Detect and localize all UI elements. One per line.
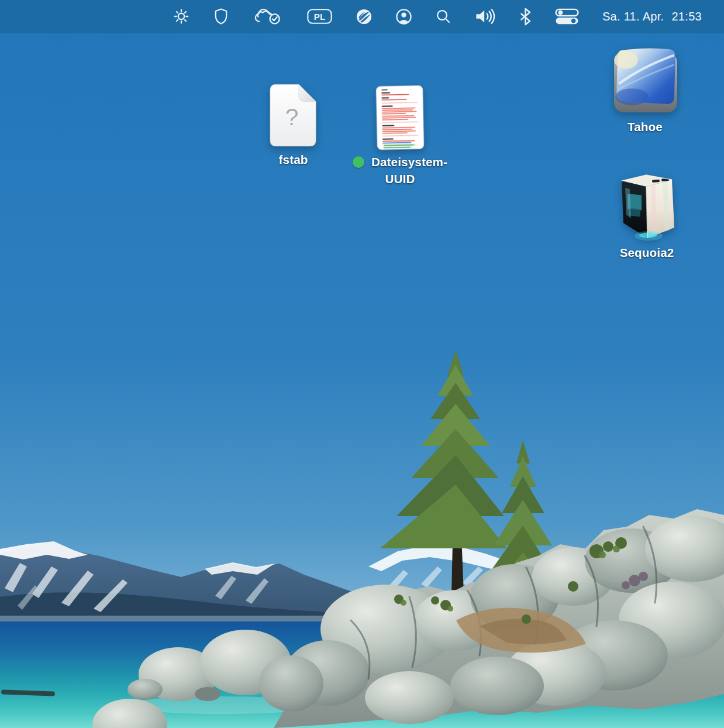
external-drive-icon [612,47,678,115]
pl-badge-icon: PL [306,8,333,25]
pc-tower-icon [616,171,678,241]
shield-menu-extra[interactable] [213,0,229,33]
icon-label-tahoe: Tahoe [628,118,663,135]
menu-bar: PL [0,0,724,33]
pl-badge-menu-extra[interactable]: PL [306,0,333,33]
label-line-2: UUID [353,170,447,187]
clock-time: 21:53 [671,10,702,23]
cloud-sync-menu-extra[interactable] [252,0,284,33]
desktop-icon-tahoe[interactable]: Tahoe [592,47,698,135]
icon-label-dateisystem-uuid: Dateisystem- UUID [353,153,447,187]
clock-date: Sa. 11. Apr. [602,10,664,23]
icon-label-sequoia2: Sequoia2 [620,244,674,261]
brightness-icon [173,8,190,25]
label-line-1: Dateisystem- [371,153,447,170]
user-account-icon [395,8,412,25]
shield-icon [213,8,229,25]
bluetooth-icon [519,8,532,26]
text-document-icon [375,85,425,150]
icon-label-fstab: fstab [279,151,308,168]
unknown-document-icon: ? [269,83,318,147]
user-account-menu-extra[interactable] [395,0,412,33]
cloud-sync-icon [252,7,284,26]
svg-text:?: ? [285,104,298,131]
spotlight-search-menu-extra[interactable] [435,0,451,33]
desktop-icon-dateisystem-uuid[interactable]: Dateisystem- UUID [336,85,464,187]
spotlight-search-icon [435,8,451,25]
fan-app-menu-extra[interactable] [356,0,373,33]
control-center-menu-extra[interactable] [554,0,580,33]
menu-bar-clock[interactable]: Sa. 11. Apr. 21:53 [602,10,702,23]
macos-desktop: PL [0,0,724,728]
sync-status-dot [353,156,364,168]
desktop-icon-fstab[interactable]: ? fstab [242,83,344,168]
fan-app-icon [356,8,373,25]
brightness-menu-extra[interactable] [173,0,190,33]
desktop-icon-sequoia2[interactable]: Sequoia2 [594,171,699,261]
volume-icon [474,8,497,25]
control-center-icon [554,8,580,26]
bluetooth-menu-extra[interactable] [519,0,532,33]
volume-menu-extra[interactable] [474,0,497,33]
svg-text:PL: PL [314,12,325,22]
